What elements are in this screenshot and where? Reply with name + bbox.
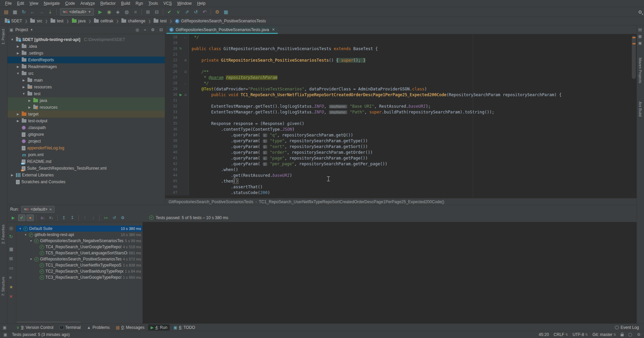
menu-item-file[interactable]: File [3,1,14,6]
expand-all-icon[interactable]: ↥ [60,214,67,221]
stripe-icon[interactable]: ▤ [638,27,642,32]
editor-gutter[interactable]: 35 [165,121,189,126]
toolwindow-button-todo[interactable]: ▣6: TODO [171,324,197,331]
test-tree-row[interactable]: ▼✔Default Suite10 s 380 ms [16,226,142,232]
menu-item-tools[interactable]: Tools [146,1,160,6]
tree-row[interactable]: ▶.settings [7,50,165,57]
console-icon[interactable]: ▭ [9,266,13,271]
breadcrumb-method[interactable]: TC1_RepoSearch_UserNetflixTypeRepoSortCr… [259,199,444,204]
editor-gutter[interactable]: 34 [165,115,189,121]
stop-icon[interactable]: ■ [131,8,139,16]
editor-gutter[interactable]: 46 [165,184,189,190]
collapse-all-icon[interactable]: ⌁ [144,27,146,32]
status-message[interactable]: Tests passed: 5 (3 minutes ago) [12,332,70,337]
editor-gutter[interactable]: 31 [165,98,189,103]
sidebar-item-maven-projects[interactable]: Maven Projects [638,58,642,83]
code-line[interactable]: 29 @Test(dataProvider="PositiveTestScena… [165,86,637,92]
locate-file-icon[interactable]: ◎ [135,27,139,32]
favorites-star-icon[interactable]: ★ [9,284,13,290]
toolwindow-toggle-icon[interactable]: ▣ [3,325,6,330]
chevron-down-icon[interactable]: ▼ [29,239,33,242]
back-icon[interactable]: ← [28,8,37,16]
toolwindow-button-run[interactable]: ▶4: Run [148,324,170,331]
fold-marker-icon[interactable]: ⊞ [183,59,188,62]
lock-icon[interactable] [621,334,624,336]
chevron-right-icon[interactable]: ▶ [16,112,20,116]
editor-gutter[interactable]: 45 [165,178,189,184]
stripe-icon[interactable]: ▦ [638,34,642,39]
export-test-results-icon[interactable]: ↦ [102,214,110,221]
menu-item-window[interactable]: Window [175,1,194,6]
close-icon[interactable]: ✕ [272,27,275,32]
tree-row[interactable]: .project [7,138,165,145]
forward-icon[interactable]: → [37,8,45,16]
tree-row[interactable]: ExtentReports [7,57,165,63]
code-line[interactable]: 40 .queryParam( s: "order", repositorySe… [165,149,637,155]
tree-row[interactable]: ▼src [7,70,165,77]
chevron-right-icon[interactable]: ▶ [22,85,26,89]
show-ignored-icon[interactable]: ● [26,214,34,221]
breadcrumb-item[interactable]: challenge [120,18,147,24]
hector-inspector-icon[interactable] [628,333,632,337]
hide-passed-icon[interactable]: ◎ [9,226,13,231]
editor-tab[interactable]: C GitRepositoriesSearch_PositiveScenario… [167,25,278,34]
project-panel-title[interactable]: Project [15,27,28,32]
toolwindow-button-messages[interactable]: ▤0: Messages [113,324,147,331]
tree-row[interactable]: MDREADME.md [7,158,165,165]
editor-gutter[interactable]: 19 [165,40,189,46]
code-line[interactable]: 25 [165,63,637,69]
vcs-branch-icon[interactable]: ∨ [174,8,182,16]
editor-gutter[interactable]: 42 [165,161,189,167]
editor-gutter[interactable]: 41 [165,155,189,161]
breadcrumb-item[interactable]: SDET [3,18,23,24]
tree-row[interactable]: appenderFileLog.log [7,145,165,151]
close-icon[interactable]: ✕ [9,294,13,299]
code-line[interactable]: 27 * @param repositorySearchParam [165,75,637,80]
chevron-down-icon[interactable]: ▼ [10,38,14,41]
sidebar-item-project[interactable]: 1: Project [1,29,5,44]
chevron-right-icon[interactable]: ▶ [22,79,26,82]
breadcrumb-item[interactable]: src [29,18,43,24]
breadcrumb-item[interactable]: java [71,18,87,24]
collapse-all-icon[interactable]: ↧ [69,214,76,221]
gear-question-icon[interactable]: ⚙ [637,332,641,337]
menu-item-navigate[interactable]: Navigate [41,1,62,6]
rerun-failed-icon[interactable]: ↻ [9,234,13,239]
sync-icon[interactable]: ↻ [20,8,28,16]
fold-marker-icon[interactable]: ∟ [183,36,188,39]
editor-gutter[interactable]: 25 [165,63,189,69]
project-structure-icon[interactable]: ▦ [222,8,230,16]
code-line[interactable]: 19 [165,40,637,46]
test-history-icon[interactable]: ↺ [111,214,118,221]
code-line[interactable]: 31 [165,98,637,103]
menu-item-refactor[interactable]: Refactor [98,1,118,6]
caret-position[interactable]: 45:20 [539,332,549,337]
run-tab[interactable]: NG <default> ✕ [21,206,55,213]
editor-gutter[interactable]: 38 [165,138,189,144]
editor-gutter[interactable]: 20↻ [165,46,189,51]
code-line[interactable]: 46 .assertThat() [165,184,637,190]
code-line[interactable]: 33 ExtentTestManager.getTest().log(LogSt… [165,109,637,115]
code-line[interactable]: 44 .get(RestAssured.baseURI) [165,172,637,178]
hide-panel-icon[interactable]: ⊟ [159,27,163,32]
test-tree-row[interactable]: ▼✔GitRepositoriesSearch_PositiveScenario… [16,256,142,262]
chevron-right-icon[interactable]: ▶ [27,99,32,102]
editor-gutter[interactable]: 29 [165,86,189,92]
run-settings-icon[interactable]: ⚙ [119,214,126,221]
breadcrumb-item[interactable]: celltrak [93,18,115,24]
statusbar-grid-icon[interactable]: ▣ [3,332,7,337]
gear-icon[interactable]: ⚙ [151,27,155,32]
sidebar-item-favorites[interactable]: 2: Favorites [1,225,5,244]
editor-gutter[interactable]: 47 [165,190,189,195]
encoding-select[interactable]: UTF-8⇅ [572,332,588,337]
menu-item-analyze[interactable]: Analyze [78,1,97,6]
run-class-icon[interactable]: ↻ [178,47,183,50]
chevron-down-icon[interactable]: ▼ [22,92,26,96]
chevron-right-icon[interactable]: ▶ [10,173,14,177]
debug-icon[interactable]: ◉ [105,8,113,16]
code-line[interactable]: 21 [165,51,637,57]
tree-row[interactable]: ▶ReadmeImages [7,63,165,70]
run-configuration-select[interactable]: NG <default> ▼ [60,8,94,16]
chevron-down-icon[interactable]: ▼ [16,72,20,75]
toolwindow-button-terminal[interactable]: ›Terminal [57,324,83,331]
